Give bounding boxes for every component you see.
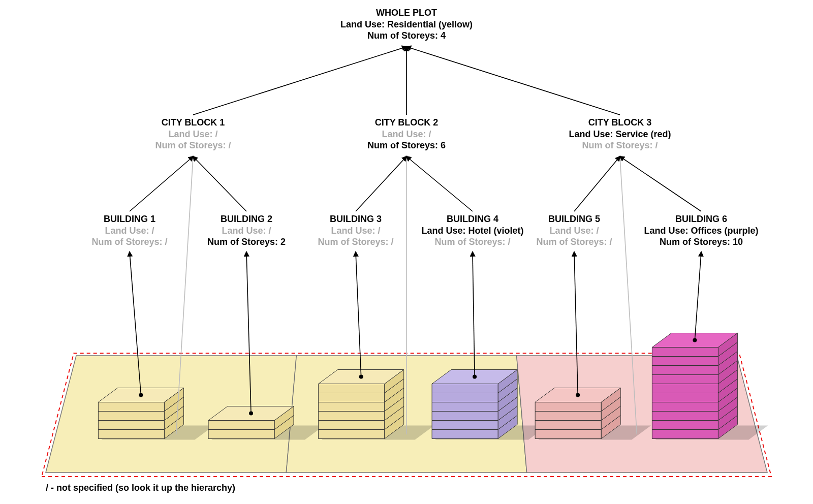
root-label: WHOLE PLOT Land Use: Residential (yellow… — [340, 7, 473, 42]
svg-line-92 — [130, 252, 141, 395]
svg-line-86 — [176, 156, 193, 434]
block1-landuse: Land Use: / — [155, 129, 231, 140]
building5-label: BUILDING 5 Land Use: / Num of Storeys: / — [536, 213, 612, 248]
svg-line-104 — [193, 47, 407, 115]
svg-marker-14 — [98, 430, 164, 439]
svg-marker-75 — [652, 421, 718, 430]
svg-marker-49 — [432, 402, 498, 412]
svg-marker-2 — [517, 356, 767, 472]
svg-marker-46 — [432, 430, 498, 439]
b4-storeys: Num of Storeys: / — [421, 236, 523, 248]
svg-marker-73 — [718, 333, 737, 357]
building4-label: BUILDING 4 Land Use: Hotel (violet) Num … — [421, 213, 523, 248]
building-2 — [208, 406, 294, 439]
b5-title: BUILDING 5 — [536, 213, 612, 225]
footnote: / - not specified (so look it up the hie… — [46, 483, 235, 493]
svg-marker-12 — [164, 397, 183, 421]
svg-marker-10 — [164, 416, 183, 439]
building-4 — [432, 370, 517, 439]
b6-storeys: Num of Storeys: 10 — [644, 236, 758, 248]
svg-line-101 — [407, 156, 473, 211]
b3-storeys: Num of Storeys: / — [318, 236, 393, 248]
svg-marker-52 — [432, 370, 517, 384]
svg-marker-36 — [319, 393, 385, 402]
svg-marker-80 — [652, 375, 718, 384]
svg-marker-31 — [385, 370, 404, 393]
svg-marker-68 — [718, 379, 737, 402]
b3-title: BUILDING 3 — [318, 213, 393, 225]
block2-storeys: Num of Storeys: 6 — [367, 140, 446, 151]
svg-line-97 — [695, 252, 701, 340]
svg-marker-60 — [535, 412, 601, 421]
svg-marker-65 — [718, 406, 737, 430]
svg-marker-67 — [718, 388, 737, 412]
svg-marker-35 — [319, 402, 385, 412]
svg-line-93 — [246, 252, 251, 414]
block3-label: CITY BLOCK 3 Land Use: Service (red) Num… — [569, 117, 671, 151]
block2-title: CITY BLOCK 2 — [367, 117, 446, 129]
svg-line-90 — [620, 156, 637, 434]
block3-storeys: Num of Storeys: / — [569, 140, 671, 151]
svg-marker-79 — [652, 384, 718, 393]
svg-marker-13 — [164, 388, 183, 412]
building3-label: BUILDING 3 Land Use: / Num of Storeys: / — [318, 213, 393, 248]
svg-marker-83 — [652, 348, 718, 357]
svg-marker-18 — [98, 388, 183, 402]
ground-plane — [46, 356, 767, 472]
svg-marker-33 — [319, 421, 385, 430]
svg-point-85 — [693, 338, 697, 342]
svg-line-96 — [574, 252, 578, 395]
building-5 — [535, 388, 620, 439]
svg-marker-1 — [286, 356, 526, 472]
block1-storeys: Num of Storeys: / — [155, 140, 231, 151]
svg-marker-56 — [601, 397, 620, 421]
root-storeys: Num of Storeys: 4 — [340, 30, 473, 42]
svg-marker-50 — [432, 393, 498, 402]
building-3 — [319, 370, 404, 439]
svg-marker-61 — [535, 402, 601, 412]
building-6 — [652, 333, 737, 439]
b3-landuse: Land Use: / — [318, 225, 393, 237]
svg-marker-77 — [652, 402, 718, 412]
svg-marker-69 — [718, 370, 737, 393]
svg-marker-32 — [319, 430, 385, 439]
svg-marker-30 — [385, 379, 404, 402]
svg-marker-3 — [42, 353, 771, 477]
block1-title: CITY BLOCK 1 — [155, 117, 231, 129]
svg-line-87 — [193, 47, 407, 115]
svg-marker-17 — [98, 402, 164, 412]
svg-marker-6 — [322, 426, 434, 440]
svg-marker-26 — [385, 416, 404, 439]
svg-marker-11 — [164, 406, 183, 430]
svg-marker-38 — [319, 370, 404, 384]
svg-marker-64 — [718, 416, 737, 439]
root-title: WHOLE PLOT — [340, 7, 473, 19]
svg-marker-9 — [655, 426, 768, 440]
svg-marker-55 — [601, 406, 620, 430]
b6-landuse: Land Use: Offices (purple) — [644, 225, 758, 237]
svg-line-102 — [574, 156, 620, 211]
svg-marker-20 — [274, 416, 294, 439]
b2-landuse: Land Use: / — [207, 225, 286, 237]
svg-marker-23 — [208, 421, 274, 430]
svg-point-19 — [139, 393, 143, 397]
svg-line-103 — [620, 156, 701, 211]
b4-landuse: Land Use: Hotel (violet) — [421, 225, 523, 237]
svg-point-63 — [576, 393, 580, 397]
b6-title: BUILDING 6 — [644, 213, 758, 225]
svg-marker-54 — [601, 416, 620, 439]
svg-marker-5 — [211, 426, 324, 440]
buildings-group — [98, 333, 737, 439]
building1-label: BUILDING 1 Land Use: / Num of Storeys: / — [91, 213, 167, 248]
svg-marker-7 — [435, 426, 548, 440]
svg-marker-45 — [498, 370, 517, 393]
root-landuse: Land Use: Residential (yellow) — [340, 19, 473, 30]
b2-storeys: Num of Storeys: 2 — [207, 236, 286, 248]
svg-marker-44 — [498, 379, 517, 402]
svg-point-25 — [249, 412, 253, 416]
svg-line-106 — [407, 47, 620, 115]
svg-marker-81 — [652, 366, 718, 375]
b1-title: BUILDING 1 — [91, 213, 167, 225]
block3-title: CITY BLOCK 3 — [569, 117, 671, 129]
svg-marker-74 — [652, 430, 718, 439]
